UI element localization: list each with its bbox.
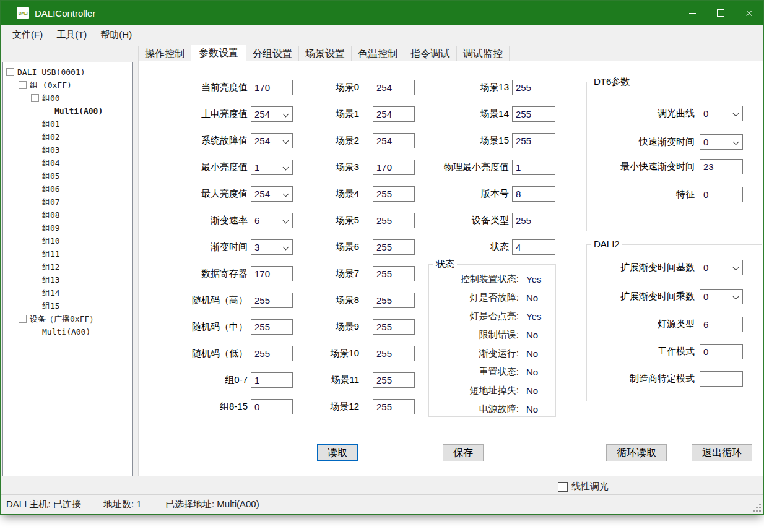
field-input[interactable]: 254 (251, 133, 293, 148)
tree-item[interactable]: 组15 (3, 299, 132, 312)
tree-item[interactable]: 组10 (3, 234, 132, 247)
field-input[interactable]: 255 (251, 346, 293, 361)
field-input[interactable]: 6 (251, 213, 293, 228)
action-button[interactable]: 保存 (443, 444, 484, 461)
field-value: 255 (376, 189, 392, 199)
tree-item-label: Multi(A00) (54, 106, 103, 116)
field-value: 0 (703, 108, 708, 119)
status-value: No (526, 348, 538, 359)
menu-item[interactable]: 工具(T) (50, 27, 93, 43)
checkbox-icon[interactable] (558, 482, 568, 492)
status-label: 电源故障: (429, 403, 519, 415)
tree-item[interactable]: DALI USB(0001) (3, 66, 132, 79)
field-input[interactable]: 3 (251, 239, 293, 255)
field-input[interactable]: 255 (512, 106, 555, 122)
tab[interactable]: 场景设置 (298, 46, 352, 61)
field-row: 场景12 255 (300, 399, 415, 414)
close-button[interactable] (735, 1, 763, 25)
field-label: 场景7 (300, 268, 373, 280)
tree-item[interactable]: 组06 (3, 182, 132, 195)
tree-item[interactable]: 组13 (3, 273, 132, 286)
linear-dimming-checkbox[interactable]: 线性调光 (558, 481, 609, 492)
tree-item-label: 组14 (42, 288, 60, 299)
action-button[interactable]: 循环读取 (606, 444, 667, 461)
tree-item[interactable]: 组08 (3, 208, 132, 221)
tree-item[interactable]: 组14 (3, 286, 132, 299)
tree-item[interactable]: 组 (0xFF) (3, 79, 132, 92)
tree-item[interactable]: 设备（广播0xFF） (3, 312, 132, 325)
tree-expander-icon[interactable] (19, 81, 27, 89)
field-input[interactable]: 0 (700, 260, 743, 275)
maximize-button[interactable] (706, 1, 735, 25)
tree-item[interactable]: 组00 (3, 92, 132, 105)
status-bar: DALI 主机: 已连接 地址数: 1 已选择地址: Multi(A00) (1, 494, 763, 513)
field-input[interactable]: 6 (700, 317, 743, 332)
field-label: 随机码（高） (142, 294, 251, 306)
field-value: 254 (254, 109, 270, 119)
resize-grip[interactable] (752, 503, 761, 512)
field-value: 255 (376, 215, 392, 226)
tab[interactable]: 操作控制 (138, 46, 191, 61)
tab[interactable]: 参数设置 (191, 45, 246, 61)
field-input[interactable]: 254 (251, 106, 293, 122)
field-input[interactable]: 255 (373, 319, 415, 335)
tree-item[interactable]: Multi(A00) (3, 325, 132, 338)
field-input[interactable]: 0 (700, 289, 743, 304)
menu-item[interactable]: 文件(F) (6, 27, 50, 43)
tree-item[interactable]: Multi(A00) (3, 105, 132, 118)
tab[interactable]: 指令调试 (404, 46, 457, 61)
field-input[interactable]: 255 (373, 346, 415, 361)
field-input[interactable]: 170 (251, 266, 293, 281)
tree-item[interactable]: 组01 (3, 118, 132, 131)
field-input[interactable] (700, 371, 743, 387)
field-input[interactable]: 1 (251, 160, 293, 175)
dt6-groupbox: DT6参数 调光曲线 0 快速渐变时间 0 (586, 82, 762, 231)
field-input[interactable]: 255 (512, 133, 555, 148)
field-input[interactable]: 255 (512, 80, 555, 95)
tree-item[interactable]: 组07 (3, 195, 132, 208)
field-input[interactable]: 0 (700, 344, 743, 359)
tree-item[interactable]: 组04 (3, 157, 132, 169)
field-input[interactable]: 1 (251, 372, 293, 388)
field-input[interactable]: 0 (700, 106, 743, 121)
field-row: 上电亮度值 254 (142, 106, 293, 122)
field-input[interactable]: 0 (700, 134, 743, 150)
field-input[interactable]: 255 (373, 399, 415, 414)
field-value: 3 (254, 242, 259, 252)
field-value: 255 (376, 375, 392, 385)
field-value: 0 (703, 291, 708, 302)
field-input[interactable]: 255 (251, 319, 293, 335)
tab[interactable]: 色温控制 (351, 46, 404, 61)
field-input[interactable]: 255 (373, 266, 415, 281)
field-value: 255 (516, 109, 531, 119)
field-input[interactable]: 170 (251, 80, 293, 95)
tree-item[interactable]: 组02 (3, 131, 132, 144)
tree-expander-icon[interactable] (31, 94, 39, 102)
tab[interactable]: 调试监控 (456, 46, 510, 61)
field-input[interactable]: 4 (512, 239, 555, 255)
tree-item[interactable]: 组09 (3, 221, 132, 234)
tab[interactable]: 分组设置 (246, 46, 299, 61)
action-button[interactable]: 读取 (317, 444, 358, 461)
field-row: 最小快速渐变时间 23 (587, 159, 762, 174)
field-input[interactable]: 254 (251, 186, 293, 202)
field-input[interactable]: 0 (700, 187, 743, 202)
field-input[interactable]: 8 (512, 186, 555, 202)
menu-item[interactable]: 帮助(H) (93, 27, 139, 43)
field-input[interactable]: 0 (251, 399, 293, 414)
tree-expander-icon[interactable] (19, 315, 27, 323)
field-input[interactable]: 1 (512, 160, 555, 175)
status-groupbox: 状态 控制装置状态: Yes 灯是否故障: No 灯是否点亮: (428, 264, 556, 417)
tree-item[interactable]: 组03 (3, 144, 132, 157)
field-input[interactable]: 255 (373, 372, 415, 388)
field-input[interactable]: 23 (700, 159, 743, 174)
field-input[interactable]: 255 (512, 213, 555, 228)
tree-item[interactable]: 组05 (3, 169, 132, 182)
tree-item[interactable]: 组11 (3, 247, 132, 260)
minimize-button[interactable] (678, 1, 706, 25)
action-button[interactable]: 退出循环 (692, 444, 752, 461)
field-input[interactable]: 255 (251, 293, 293, 308)
tree-expander-icon[interactable] (6, 68, 14, 76)
tree-item[interactable]: 组12 (3, 260, 132, 273)
field-input[interactable]: 255 (373, 293, 415, 308)
